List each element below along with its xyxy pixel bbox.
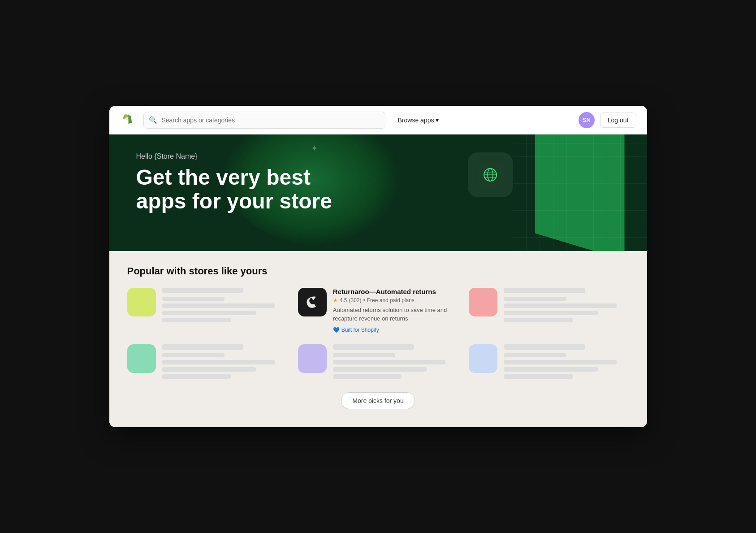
- app-icon-3: [469, 288, 497, 316]
- app-card-3[interactable]: [469, 288, 629, 333]
- skeleton-meta-4: [162, 353, 225, 357]
- browse-apps-label: Browse apps: [398, 117, 434, 124]
- search-input[interactable]: [143, 112, 385, 129]
- hero-subtitle: Hello {Store Name}: [136, 152, 620, 160]
- section-title: Popular with stores like yours: [127, 265, 629, 277]
- hero-title: Get the very best apps for your store: [136, 166, 387, 213]
- skeleton-line3-6: [504, 374, 573, 379]
- hero-stars-decoration: ✦: [311, 143, 318, 153]
- app-info-3: [504, 288, 629, 325]
- main-content: Popular with stores like yours: [109, 251, 647, 427]
- browser-window: 🔍 Browse apps ▾ SN Log out: [109, 106, 647, 427]
- skeleton-line1-3: [504, 303, 616, 308]
- chevron-down-icon: ▾: [436, 117, 439, 124]
- navbar: 🔍 Browse apps ▾ SN Log out: [109, 106, 647, 134]
- app-icon-returnaroo: [298, 288, 327, 316]
- heart-icon: 💙: [333, 327, 340, 333]
- hero-content: Hello {Store Name} Get the very best app…: [136, 152, 620, 213]
- skeleton-line3-4: [162, 374, 231, 379]
- app-card-6[interactable]: [469, 344, 629, 381]
- skeleton-line2-6: [504, 367, 598, 372]
- skeleton-title-3: [504, 288, 585, 293]
- app-card-1[interactable]: [127, 288, 287, 333]
- app-grid: Returnaroo—Automated returns ★ 4.5 (302)…: [127, 288, 629, 381]
- app-icon-1: [127, 288, 156, 316]
- skeleton-line3-5: [333, 374, 402, 379]
- app-icon-5: [298, 344, 327, 373]
- app-info-5: [333, 344, 458, 381]
- review-count: (302): [349, 297, 362, 303]
- skeleton-meta-5: [333, 353, 396, 357]
- skeleton-line2-3: [504, 311, 598, 315]
- app-info-returnaroo: Returnaroo—Automated returns ★ 4.5 (302)…: [333, 288, 458, 333]
- app-meta-returnaroo: ★ 4.5 (302) • Free and paid plans: [333, 297, 458, 303]
- browse-apps-button[interactable]: Browse apps ▾: [393, 113, 445, 127]
- skeleton-title-1: [162, 288, 244, 293]
- star-icon: ★: [333, 297, 338, 303]
- avatar[interactable]: SN: [579, 112, 595, 128]
- shopify-logo[interactable]: [120, 112, 136, 128]
- search-bar[interactable]: 🔍: [143, 112, 385, 129]
- nav-right: SN Log out: [579, 112, 636, 128]
- built-for-shopify-badge: 💙 Built for Shopify: [333, 327, 379, 333]
- skeleton-line3-3: [504, 318, 573, 322]
- skeleton-line2-4: [162, 367, 256, 372]
- svg-rect-0: [120, 112, 136, 128]
- skeleton-line1-5: [333, 360, 445, 364]
- skeleton-title-6: [504, 344, 585, 350]
- app-card-4[interactable]: [127, 344, 287, 381]
- app-card-returnaroo[interactable]: Returnaroo—Automated returns ★ 4.5 (302)…: [298, 288, 458, 333]
- app-info-1: [162, 288, 287, 325]
- skeleton-meta-1: [162, 297, 225, 301]
- skeleton-title-5: [333, 344, 415, 350]
- more-picks-wrapper: More picks for you: [127, 392, 629, 409]
- logout-button[interactable]: Log out: [600, 113, 636, 128]
- app-name-returnaroo: Returnaroo—Automated returns: [333, 288, 458, 295]
- app-info-6: [504, 344, 629, 381]
- app-card-5[interactable]: [298, 344, 458, 381]
- app-desc-returnaroo: Automated returns solution to save time …: [333, 306, 458, 322]
- skeleton-line3-1: [162, 318, 231, 322]
- hero-section: ✦ Hello {Store Name} Get the very best a…: [109, 134, 647, 251]
- app-icon-6: [469, 344, 497, 373]
- app-icon-4: [127, 344, 156, 373]
- skeleton-title-4: [162, 344, 244, 350]
- more-picks-button[interactable]: More picks for you: [341, 392, 415, 409]
- app-info-4: [162, 344, 287, 381]
- skeleton-line1-1: [162, 303, 275, 308]
- skeleton-meta-3: [504, 297, 566, 301]
- skeleton-meta-6: [504, 353, 566, 357]
- skeleton-line1-4: [162, 360, 275, 364]
- skeleton-line1-6: [504, 360, 616, 364]
- skeleton-line2-5: [333, 367, 427, 372]
- skeleton-line2-1: [162, 311, 256, 315]
- search-icon: 🔍: [149, 116, 157, 124]
